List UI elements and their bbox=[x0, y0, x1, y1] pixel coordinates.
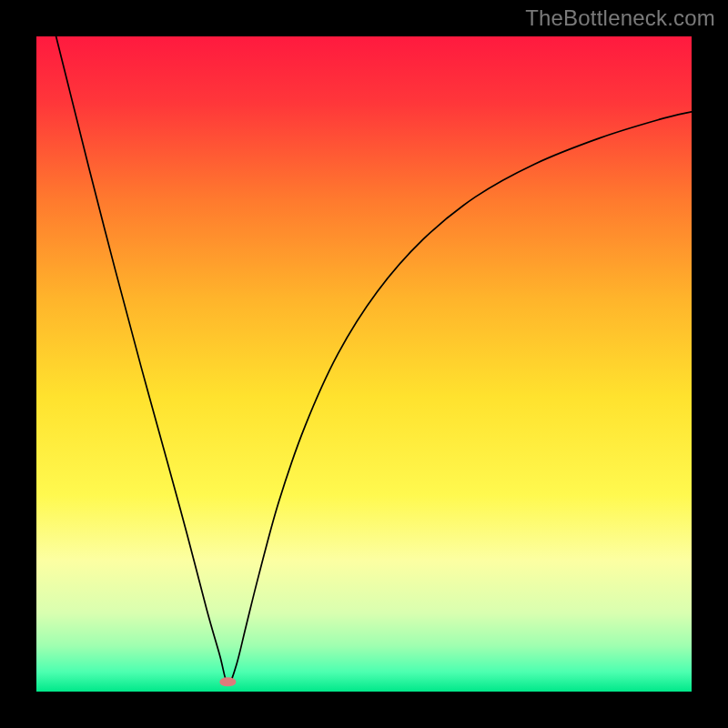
plot-area bbox=[36, 36, 692, 692]
bottleneck-curve bbox=[56, 36, 692, 684]
chart-frame: TheBottleneck.com bbox=[0, 0, 728, 728]
curve-layer bbox=[36, 36, 692, 692]
watermark-text: TheBottleneck.com bbox=[525, 5, 715, 31]
